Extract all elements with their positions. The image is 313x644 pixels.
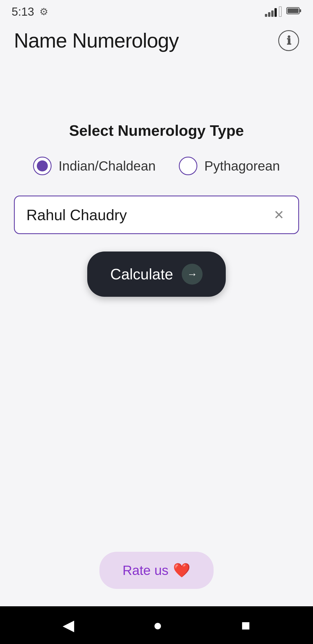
radio-pythagorean[interactable]: Pythagorean [179,157,280,175]
section-title: Select Numerology Type [69,122,244,139]
arrow-icon: → [182,264,203,285]
radio-button-pythagorean[interactable] [179,157,197,175]
signal-icon [265,6,282,17]
heart-icon: ❤️ [173,562,190,578]
radio-indian-chaldean[interactable]: Indian/Chaldean [33,157,156,175]
home-button[interactable]: ● [153,616,162,634]
app-header: Name Numerology ℹ [0,23,313,58]
page-title: Name Numerology [14,29,179,52]
calculate-button[interactable]: Calculate → [87,252,226,297]
clear-icon[interactable]: ✕ [271,205,287,225]
name-input[interactable] [26,206,271,224]
radio-label-indian: Indian/Chaldean [59,158,156,174]
battery-icon [286,6,301,17]
recent-button[interactable]: ■ [241,616,250,634]
rate-us-label: Rate us [123,562,169,578]
status-icons [265,6,301,17]
settings-icon: ⚙ [39,6,48,17]
radio-group: Indian/Chaldean Pythagorean [14,157,299,175]
calculate-label: Calculate [110,265,173,283]
info-icon[interactable]: ℹ [278,30,299,51]
main-content: Select Numerology Type Indian/Chaldean P… [0,58,313,606]
name-input-container: ✕ [14,196,299,234]
radio-label-pythagorean: Pythagorean [204,158,280,174]
radio-button-indian[interactable] [33,157,52,175]
nav-bar: ◀ ● ■ [0,606,313,644]
svg-rect-2 [287,8,299,13]
back-button[interactable]: ◀ [63,616,74,634]
status-bar: 5:13 ⚙ [0,0,313,23]
svg-rect-1 [299,9,301,12]
status-time: 5:13 [12,5,34,18]
rate-us-button[interactable]: Rate us ❤️ [99,552,214,589]
